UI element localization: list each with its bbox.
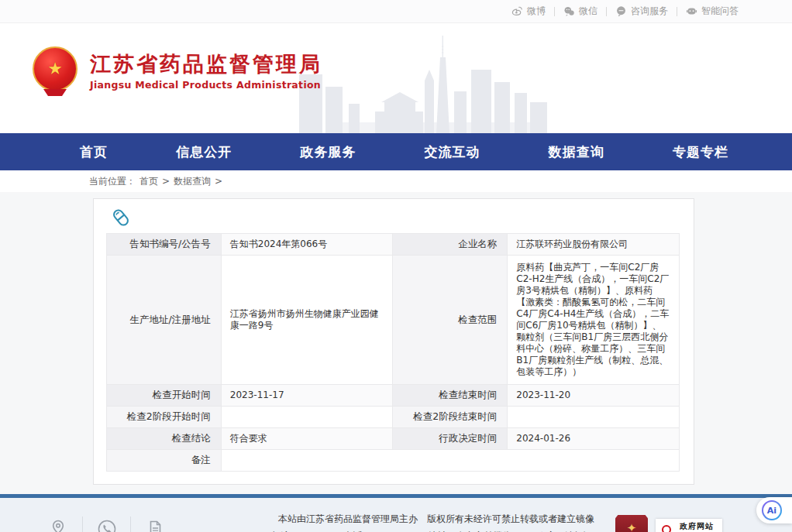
- panel-header: [106, 205, 680, 233]
- conclusion-value: 符合要求: [221, 428, 393, 450]
- phase2-start-value: [221, 407, 393, 428]
- party-gov-shield-badge[interactable]: ✦ 党政机关: [615, 515, 648, 532]
- footer: Ai 网站导航 联系方式 隐私申明 本: [0, 494, 792, 532]
- inspection-start-value: 2023-11-17: [221, 385, 393, 407]
- privacy-statement-link[interactable]: 隐私申明: [130, 517, 178, 532]
- notice-number-label: 告知书编号/公告号: [107, 234, 222, 256]
- nav-item-data-query[interactable]: 数据查询: [549, 143, 604, 161]
- inspection-scope-value: 原料药【曲克芦丁，一车间C2厂房C2-H2生产线（合成），一车间C2厂房3号精烘…: [508, 256, 680, 385]
- company-name-value: 江苏联环药业股份有限公司: [508, 234, 680, 256]
- brand-text: 江苏省药品监督管理局 Jiangsu Medical Products Admi…: [90, 52, 322, 91]
- contact-link[interactable]: 联系方式: [82, 517, 130, 532]
- footer-line-host: 本站由江苏省药品监督管理局主办 版权所有未经许可禁止转载或者建立镜像: [246, 510, 626, 527]
- error-badge-line1: 政府网站: [680, 522, 714, 531]
- pill-capsule-icon: [109, 206, 133, 232]
- nav-item-special-topics[interactable]: 专题专栏: [673, 143, 728, 161]
- breadcrumb-separator: >: [215, 176, 222, 187]
- ai-assistant-button[interactable]: Ai: [756, 497, 792, 523]
- address-label: 生产地址/注册地址: [107, 256, 222, 385]
- remarks-value: [221, 450, 679, 472]
- shield-emblem-icon: ✦: [627, 523, 637, 532]
- consult-service-label: 咨询服务: [631, 5, 668, 18]
- table-row: 检查结论 符合要求 行政决定时间 2024-01-26: [107, 428, 680, 450]
- table-row: 备注: [107, 450, 680, 472]
- table-row: 生产地址/注册地址 江苏省扬州市扬州生物健康产业园健康一路9号 检查范围 原料药…: [107, 256, 680, 385]
- table-row: 检查开始时间 2023-11-17 检查结束时间 2023-11-20: [107, 385, 680, 407]
- site-banner: ★ 江苏省药品监督管理局 Jiangsu Medical Products Ad…: [0, 23, 792, 133]
- site-navigation-link[interactable]: 网站导航: [34, 517, 82, 532]
- weibo-link[interactable]: 微博: [503, 5, 554, 18]
- nav-item-gov-services[interactable]: 政务服务: [300, 143, 356, 161]
- website-error-report-badge[interactable]: 政府网站 找错: [656, 519, 722, 532]
- breadcrumb: 当前位置： 首页 > 数据查询 >: [0, 170, 792, 192]
- nav-item-info-disclosure[interactable]: 信息公开: [176, 143, 232, 161]
- privacy-doc-icon: [137, 517, 172, 532]
- wechat-link[interactable]: 微信: [555, 5, 606, 18]
- inspection-scope-label: 检查范围: [393, 256, 508, 385]
- inspection-detail-table: 告知书编号/公告号 告知书2024年第066号 企业名称 江苏联环药业股份有限公…: [106, 233, 680, 472]
- smart-qa-label: 智能问答: [701, 5, 739, 18]
- city-skyline-graphic: [288, 34, 567, 133]
- main-nav: 首页 信息公开 政务服务 交流互动 数据查询 专题专栏: [0, 133, 792, 170]
- error-badge-text: 政府网站 找错: [680, 522, 714, 532]
- footer-text-block: 本站由江苏省药品监督管理局主办 版权所有未经许可禁止转载或者建立镜像 邮编：21…: [246, 510, 626, 532]
- inspection-end-value: 2023-11-20: [508, 385, 680, 407]
- wechat-label: 微信: [579, 5, 597, 18]
- notice-number-value: 告知书2024年第066号: [221, 234, 393, 256]
- national-emblem-logo: ★: [33, 46, 77, 96]
- inspection-start-label: 检查开始时间: [107, 385, 222, 407]
- footer-badges: ✦ 党政机关 政府网站 找错: [615, 515, 722, 532]
- detail-panel: 告知书编号/公告号 告知书2024年第066号 企业名称 江苏联环药业股份有限公…: [93, 198, 694, 485]
- top-utility-bar: 微博 微信 咨询服务 智能问答: [0, 0, 792, 23]
- consult-service-link[interactable]: 咨询服务: [607, 5, 677, 18]
- decision-date-label: 行政决定时间: [393, 428, 508, 450]
- content-area: 告知书编号/公告号 告知书2024年第066号 企业名称 江苏联环药业股份有限公…: [0, 192, 792, 494]
- emblem-circle: ★: [33, 46, 77, 91]
- wechat-icon: [563, 5, 575, 17]
- table-row: 检查2阶段开始时间 检查2阶段结束时间: [107, 407, 680, 428]
- breadcrumb-home-link[interactable]: 首页: [139, 175, 158, 188]
- phase2-end-value: [508, 407, 680, 428]
- weibo-label: 微博: [527, 5, 546, 18]
- table-row: 告知书编号/公告号 告知书2024年第066号 企业名称 江苏联环药业股份有限公…: [107, 234, 680, 256]
- brand-block: ★ 江苏省药品监督管理局 Jiangsu Medical Products Ad…: [33, 46, 322, 96]
- site-subtitle: Jiangsu Medical Products Administration: [90, 79, 322, 91]
- ai-icon: Ai: [762, 500, 782, 520]
- breadcrumb-data-query-link[interactable]: 数据查询: [174, 175, 211, 188]
- phone-icon: [89, 517, 124, 532]
- company-name-label: 企业名称: [393, 234, 508, 256]
- phase2-start-label: 检查2阶段开始时间: [107, 407, 222, 428]
- inspection-end-label: 检查结束时间: [393, 385, 508, 407]
- address-value: 江苏省扬州市扬州生物健康产业园健康一路9号: [221, 256, 393, 385]
- emblem-star-icon: ★: [47, 60, 63, 77]
- emblem-ribbon: [43, 89, 67, 96]
- map-pin-icon: [40, 517, 76, 532]
- smart-qa-link[interactable]: 智能问答: [677, 5, 747, 18]
- breadcrumb-prefix: 当前位置：: [89, 175, 136, 188]
- nav-item-interaction[interactable]: 交流互动: [425, 143, 480, 161]
- remarks-label: 备注: [107, 450, 222, 472]
- footer-quick-links: 网站导航 联系方式 隐私申明: [34, 517, 178, 532]
- footer-line-contact: 邮编：210008 电话：83273610 地址：南京市鼓楼街5号 政府网站标识…: [246, 527, 626, 532]
- breadcrumb-separator: >: [162, 176, 170, 187]
- smart-qa-icon: [686, 5, 697, 17]
- phase2-end-label: 检查2阶段结束时间: [393, 407, 508, 428]
- conclusion-label: 检查结论: [107, 428, 222, 450]
- consult-service-icon: [615, 5, 627, 17]
- page: 微博 微信 咨询服务 智能问答: [0, 0, 792, 532]
- weibo-icon: [511, 5, 523, 17]
- magnifier-icon: [659, 523, 677, 532]
- nav-item-home[interactable]: 首页: [80, 143, 108, 161]
- site-title: 江苏省药品监督管理局: [90, 52, 322, 76]
- decision-date-value: 2024-01-26: [508, 428, 680, 450]
